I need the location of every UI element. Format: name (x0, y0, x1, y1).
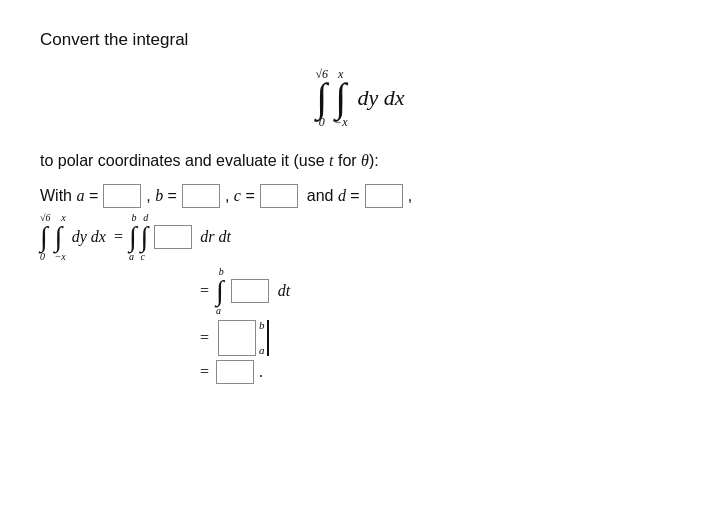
equals-2: = (200, 282, 209, 300)
equation-row-2: = b ∫ a dt (200, 266, 680, 316)
lhs-inner-int: x ∫ −x (55, 212, 66, 262)
input-inner-integrand[interactable] (231, 279, 269, 303)
dy-dx-label-2: dy dx (72, 228, 106, 246)
integral-display: √6 ∫ 0 x ∫ −x dy dx (40, 68, 680, 128)
and-d-label: and d = (307, 187, 360, 205)
equation-row-1: √6 ∫ 0 x ∫ −x dy dx = b ∫ a d ∫ c dr dt (40, 212, 680, 262)
eval-expression: b a (216, 320, 269, 356)
input-b[interactable] (182, 184, 220, 208)
input-c[interactable] (260, 184, 298, 208)
dt-label: dt (278, 282, 290, 300)
equation-row-3: = b a (200, 320, 680, 356)
input-d[interactable] (365, 184, 403, 208)
rhs-inner-int: d ∫ c (141, 212, 149, 262)
page-container: Convert the integral √6 ∫ 0 x ∫ −x dy dx… (40, 30, 680, 384)
input-antiderivative[interactable] (218, 320, 256, 356)
dy-dx-label: dy dx (358, 85, 405, 111)
variables-row: With a = , b = , c = and d = , (40, 184, 680, 208)
period: . (259, 363, 263, 381)
inner-integral: x ∫ −x (334, 68, 347, 128)
upper-limit-b: b (259, 320, 265, 331)
rhs-outer-int: b ∫ a (129, 212, 137, 262)
page-title: Convert the integral (40, 30, 680, 50)
equals-4: = (200, 363, 209, 381)
comma-after-d: , (408, 187, 412, 205)
outer-integral: √6 ∫ 0 (315, 68, 328, 128)
input-final-answer[interactable] (216, 360, 254, 384)
with-a-label: With a = (40, 187, 98, 205)
equation-row-4: = . (200, 360, 680, 384)
body-text-1: to polar coordinates and evaluate it (us… (40, 148, 680, 174)
second-int: b ∫ a (216, 266, 224, 316)
equals-3: = (200, 329, 209, 347)
c-label: , c = (225, 187, 255, 205)
input-a[interactable] (103, 184, 141, 208)
dr-dt-label: dr dt (200, 228, 231, 246)
b-label: , b = (146, 187, 177, 205)
lower-limit-a: a (259, 345, 265, 356)
equals-1: = (114, 228, 123, 246)
input-integrand[interactable] (154, 225, 192, 249)
lhs-outer-int: √6 ∫ 0 (40, 212, 51, 262)
